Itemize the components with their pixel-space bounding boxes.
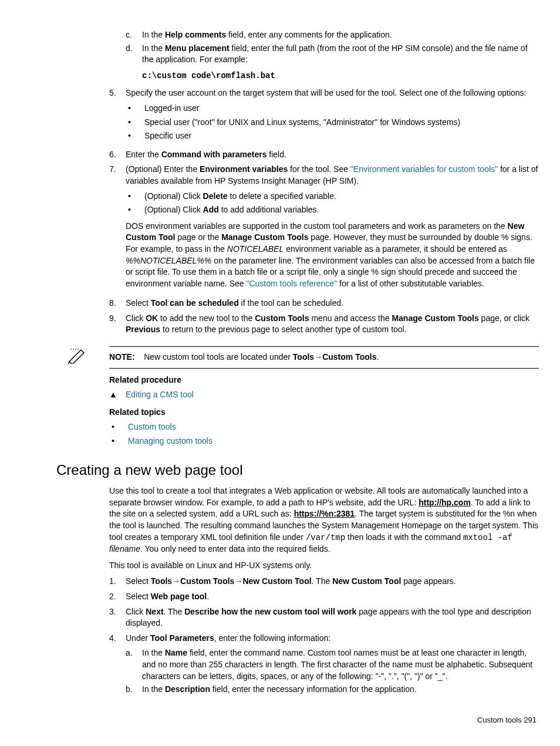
web-step-4b: b. In the Description field, enter the n… — [126, 684, 539, 696]
link-https-n[interactable]: https://%n:2381 — [294, 509, 355, 518]
page-footer: Custom tools 291 — [21, 715, 537, 725]
link-hp-com[interactable]: http://hp.com — [419, 498, 471, 507]
step-9: 9. Click OK to add the new tool to the C… — [109, 313, 539, 336]
related-topics-heading: Related topics — [109, 407, 539, 418]
link-env-vars[interactable]: "Environment variables for custom tools" — [350, 164, 498, 174]
marker-d: d. — [126, 43, 142, 82]
marker-c: c. — [126, 29, 142, 41]
web-step-1: 1. Select Tools→Custom Tools→New Custom … — [109, 576, 539, 588]
bullet-special-user: •Special user ("root" for UNIX and Linux… — [126, 117, 539, 129]
web-step-3: 3. Click Next. The Describe how the new … — [109, 606, 539, 629]
web-step-2: 2. Select Web page tool. — [109, 591, 539, 603]
related-proc-item: ▲Editing a CMS tool — [109, 389, 539, 401]
substep-c: c. In the Help comments field, enter any… — [126, 29, 539, 41]
link-managing-custom-tools[interactable]: Managing custom tools — [128, 436, 212, 447]
availability-note: This tool is available on Linux and HP-U… — [109, 560, 539, 572]
bullet-add: •(Optional) Click Add to add additional … — [126, 204, 539, 216]
step-8: 8. Select Tool can be scheduled if the t… — [109, 298, 539, 309]
web-step-4a: a. In the Name field, enter the command … — [126, 647, 539, 682]
section-heading: Creating a new web page tool — [56, 460, 539, 480]
note-box: NOTE: New custom tool tools are located … — [21, 346, 539, 369]
step-6: 6. Enter the Command with parameters fie… — [109, 149, 539, 161]
related-topic-2: •Managing custom tools — [109, 436, 539, 447]
bullet-specific-user: •Specific user — [126, 130, 539, 142]
web-step-4: 4. Under Tool Parameters, enter the foll… — [109, 633, 539, 697]
substep-d: d. In the Menu placement field, enter th… — [126, 43, 539, 82]
note-icon — [21, 346, 109, 366]
bullet-logged-in-user: •Logged-in user — [126, 103, 539, 114]
link-custom-tools-ref[interactable]: "Custom tools reference" — [246, 279, 337, 288]
bullet-delete: •(Optional) Click Delete to delete a spe… — [126, 191, 539, 202]
step-5: 5. Specify the user account on the targe… — [109, 87, 539, 145]
step-7: 7. (Optional) Enter the Environment vari… — [109, 164, 539, 294]
dos-paragraph: DOS environment variables are supported … — [126, 221, 539, 290]
intro-paragraph: Use this tool to create a tool that inte… — [109, 485, 539, 555]
related-topic-1: •Custom tools — [109, 421, 539, 433]
related-procedure-heading: Related procedure — [109, 374, 539, 386]
link-editing-cms[interactable]: Editing a CMS tool — [126, 389, 194, 401]
link-custom-tools[interactable]: Custom tools — [128, 421, 176, 433]
code-example: c:\custom code\romflash.bat — [142, 70, 539, 82]
